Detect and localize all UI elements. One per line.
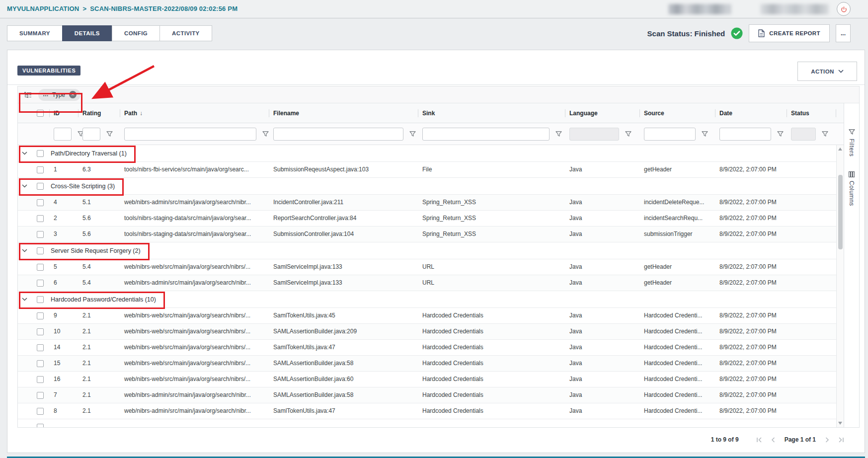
row-checkbox[interactable] bbox=[37, 312, 44, 319]
group-row[interactable]: Hardcoded Password/Credentials (10) bbox=[18, 291, 836, 308]
column-header-date[interactable]: Date bbox=[715, 103, 787, 123]
table-row-partial[interactable] bbox=[18, 419, 836, 427]
date-filter-menu-icon[interactable] bbox=[777, 131, 784, 137]
column-header-sink[interactable]: Sink bbox=[418, 103, 565, 123]
side-tab-filters[interactable]: Filters bbox=[848, 129, 855, 156]
row-checkbox[interactable] bbox=[37, 328, 44, 335]
row-checkbox[interactable] bbox=[37, 166, 44, 173]
row-checkbox[interactable] bbox=[37, 231, 44, 238]
path-filter-menu-icon[interactable] bbox=[262, 131, 269, 137]
table-row[interactable]: 55.4web/nibrs-web/src/main/java/org/sear… bbox=[18, 259, 836, 275]
column-header-rating[interactable]: Rating bbox=[79, 103, 120, 123]
row-checkbox[interactable] bbox=[37, 408, 44, 415]
sink-filter-menu-icon[interactable] bbox=[555, 131, 562, 137]
column-header-language[interactable]: Language bbox=[565, 103, 640, 123]
row-checkbox[interactable] bbox=[37, 360, 44, 367]
tab-config[interactable]: CONFIG bbox=[112, 25, 160, 41]
rating-filter-menu-icon[interactable] bbox=[106, 131, 113, 137]
group-checkbox[interactable] bbox=[37, 296, 44, 303]
group-row[interactable]: Path/Directory Traversal (1) bbox=[18, 145, 836, 162]
group-checkbox[interactable] bbox=[37, 150, 44, 157]
path-filter-input[interactable] bbox=[124, 128, 256, 141]
next-page-button[interactable] bbox=[824, 437, 830, 443]
row-checkbox[interactable] bbox=[37, 199, 44, 206]
table-row[interactable]: 65.4web/nibrs-admin/src/main/java/org/se… bbox=[18, 275, 836, 291]
chevron-down-icon[interactable] bbox=[22, 249, 27, 252]
action-button[interactable]: ACTION bbox=[797, 62, 857, 81]
tab-summary[interactable]: SUMMARY bbox=[7, 25, 63, 41]
group-row[interactable]: Server Side Request Forgery (2) bbox=[18, 242, 836, 259]
vertical-scrollbar[interactable] bbox=[836, 145, 844, 427]
pagination-bar: 1 to 9 of 9 Page 1 of 1 bbox=[17, 427, 855, 453]
filename-filter-input[interactable] bbox=[273, 128, 403, 141]
tab-details[interactable]: DETAILS bbox=[62, 25, 112, 41]
table-row[interactable]: 142.1web/nibrs-web/src/main/java/org/sea… bbox=[18, 340, 836, 356]
column-header-path[interactable]: Path↓ bbox=[120, 103, 269, 123]
row-checkbox[interactable] bbox=[37, 215, 44, 222]
table-row[interactable]: 25.6tools/nibrs-staging-data/src/main/ja… bbox=[18, 211, 836, 227]
table-row[interactable]: 45.1web/nibrs-admin/src/main/java/org/se… bbox=[18, 195, 836, 211]
column-header-status[interactable]: Status bbox=[787, 103, 836, 123]
column-header-source[interactable]: Source bbox=[640, 103, 715, 123]
source-filter-input[interactable] bbox=[644, 128, 696, 141]
cell-rating: 6.3 bbox=[79, 162, 120, 178]
scrollbar-thumb[interactable] bbox=[838, 175, 843, 249]
previous-page-button[interactable] bbox=[770, 437, 777, 443]
table-row[interactable]: 102.1web/nibrs-web/src/main/java/org/sea… bbox=[18, 324, 836, 340]
select-all-checkbox[interactable] bbox=[37, 110, 44, 117]
table-row[interactable]: 152.1web/nibrs-web/src/main/java/org/sea… bbox=[18, 356, 836, 372]
chevron-down-icon[interactable] bbox=[22, 152, 27, 155]
breadcrumb-application[interactable]: MYVULNAPPLICATION bbox=[7, 5, 79, 12]
group-checkbox[interactable] bbox=[37, 247, 44, 254]
create-report-button[interactable]: CREATE REPORT bbox=[749, 24, 830, 42]
table-row[interactable]: 162.1web/nibrs-web/src/main/java/org/sea… bbox=[18, 372, 836, 387]
cell-language: Java bbox=[565, 195, 640, 211]
cell-rating: 2.1 bbox=[79, 403, 120, 419]
cell-status bbox=[787, 162, 836, 178]
date-filter-input[interactable] bbox=[719, 128, 771, 141]
cell-status bbox=[787, 227, 836, 242]
cell-path: web/nibrs-admin/src/main/java/org/search… bbox=[120, 387, 269, 403]
cell-path: tools/nibrs-fbi-service/src/main/java/or… bbox=[120, 162, 269, 178]
rating-filter-input[interactable] bbox=[82, 128, 100, 141]
row-checkbox[interactable] bbox=[37, 264, 44, 271]
group-by-chip-type[interactable]: Type ✕ bbox=[38, 89, 80, 101]
row-checkbox[interactable] bbox=[37, 376, 44, 383]
last-page-button[interactable] bbox=[838, 437, 845, 443]
remove-group-icon[interactable]: ✕ bbox=[69, 91, 77, 98]
status-filter-menu-icon[interactable] bbox=[822, 131, 828, 137]
column-header-select[interactable] bbox=[18, 103, 50, 123]
side-tab-columns[interactable]: Columns bbox=[848, 171, 855, 206]
row-checkbox[interactable] bbox=[37, 280, 44, 287]
table-row[interactable]: 72.1web/nibrs-admin/src/main/java/org/se… bbox=[18, 387, 836, 403]
filename-filter-menu-icon[interactable] bbox=[409, 131, 416, 137]
group-row[interactable]: Cross-Site Scripting (3) bbox=[18, 178, 836, 195]
scroll-up-icon[interactable] bbox=[838, 148, 842, 151]
sink-filter-input[interactable] bbox=[422, 128, 550, 141]
panel-header: VULNERABILITIES ACTION bbox=[7, 50, 865, 85]
group-checkbox[interactable] bbox=[37, 183, 44, 190]
id-filter-input[interactable] bbox=[54, 128, 72, 141]
logout-button[interactable] bbox=[837, 2, 851, 16]
chevron-down-icon[interactable] bbox=[22, 184, 27, 188]
row-checkbox[interactable] bbox=[37, 344, 44, 351]
first-page-button[interactable] bbox=[756, 437, 762, 443]
column-header-filename[interactable]: Filename bbox=[269, 103, 418, 123]
more-options-button[interactable]: ... bbox=[836, 24, 851, 42]
cell-filename: SAMLAssertionBuilder.java:58 bbox=[269, 387, 418, 403]
table-row[interactable]: 35.6tools/nibrs-staging-data/src/main/ja… bbox=[18, 227, 836, 242]
column-header-id[interactable]: ID bbox=[50, 103, 79, 123]
row-checkbox[interactable] bbox=[37, 392, 44, 399]
table-row[interactable]: 82.1web/nibrs-admin/src/main/java/org/se… bbox=[18, 403, 836, 419]
power-icon bbox=[840, 5, 848, 13]
table-row[interactable]: 92.1web/nibrs-web/src/main/java/org/sear… bbox=[18, 308, 836, 324]
table-row[interactable]: 16.3tools/nibrs-fbi-service/src/main/jav… bbox=[18, 162, 836, 178]
cell-sink: URL bbox=[418, 259, 565, 275]
cell-sink: Spring_Return_XSS bbox=[418, 211, 565, 227]
scroll-down-icon[interactable] bbox=[838, 422, 842, 425]
cell-id: 16 bbox=[50, 372, 79, 387]
language-filter-menu-icon[interactable] bbox=[625, 131, 631, 137]
chevron-down-icon[interactable] bbox=[22, 298, 27, 301]
tab-activity[interactable]: ACTIVITY bbox=[159, 25, 212, 41]
source-filter-menu-icon[interactable] bbox=[702, 131, 708, 137]
